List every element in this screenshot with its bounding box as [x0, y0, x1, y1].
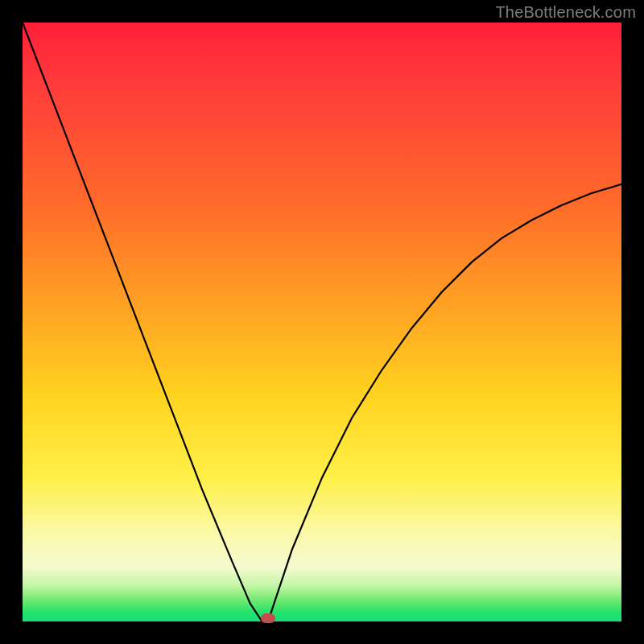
plot-area — [23, 23, 621, 621]
optimal-point-marker — [261, 613, 275, 623]
bottleneck-curve — [23, 23, 621, 621]
watermark-text: TheBottleneck.com — [495, 3, 636, 22]
chart-frame: TheBottleneck.com — [0, 0, 644, 644]
